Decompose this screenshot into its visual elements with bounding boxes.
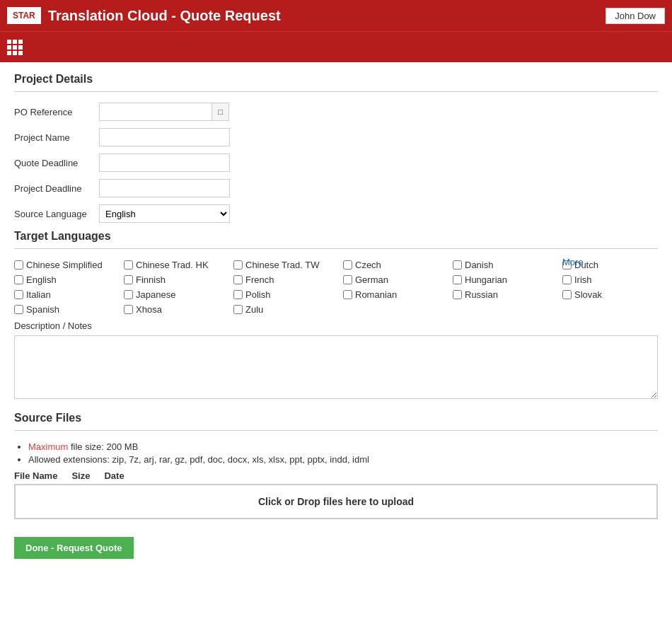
- header-left: STAR Translation Cloud - Quote Request: [7, 7, 281, 24]
- lang-japanese[interactable]: Japanese: [124, 289, 233, 300]
- project-name-group: Project Name: [14, 128, 658, 146]
- more-link[interactable]: More: [562, 257, 584, 267]
- lang-russian[interactable]: Russian: [453, 289, 562, 300]
- lang-german[interactable]: German: [343, 274, 453, 285]
- lang-danish[interactable]: Danish: [453, 260, 562, 270]
- project-deadline-group: Project Deadline 2014-10-01 17:00: [14, 179, 658, 197]
- project-deadline-label: Project Deadline: [14, 183, 99, 194]
- divider-1: [14, 91, 658, 92]
- description-section: Description / Notes: [14, 320, 658, 401]
- lang-chinese-simplified[interactable]: Chinese Simplified: [14, 260, 124, 270]
- done-request-quote-button[interactable]: Done - Request Quote: [14, 537, 134, 559]
- po-reference-input-wrapper: □: [99, 103, 230, 121]
- description-textarea[interactable]: [14, 335, 658, 399]
- star-logo: STAR: [7, 7, 41, 24]
- target-languages-title: Target Languages: [14, 230, 658, 243]
- lang-zulu[interactable]: Zulu: [233, 304, 343, 315]
- source-language-select[interactable]: English French German Spanish: [99, 204, 230, 223]
- quote-deadline-input[interactable]: 2014-09-29 17:00: [99, 154, 230, 172]
- max-size-item: Maximum file size: 200 MB: [28, 441, 658, 452]
- header: STAR Translation Cloud - Quote Request J…: [0, 0, 672, 31]
- po-reference-input[interactable]: [99, 103, 212, 121]
- description-label: Description / Notes: [14, 320, 658, 331]
- max-size-highlight: Maximum: [28, 441, 68, 452]
- lang-czech[interactable]: Czech: [343, 260, 453, 270]
- lang-xhosa[interactable]: Xhosa: [124, 304, 233, 315]
- project-name-label: Project Name: [14, 132, 99, 143]
- source-files-title: Source Files: [14, 412, 658, 424]
- subheader: [0, 31, 672, 62]
- lang-polish[interactable]: Polish: [233, 289, 343, 300]
- lang-hungarian[interactable]: Hungarian: [453, 274, 562, 285]
- max-size-rest: file size: 200 MB: [71, 441, 138, 452]
- date-col: Date: [104, 470, 124, 481]
- user-button[interactable]: John Dow: [606, 8, 665, 24]
- source-language-label: Source Language: [14, 209, 99, 219]
- size-col: Size: [71, 470, 90, 481]
- source-language-group: Source Language English French German Sp…: [14, 204, 658, 223]
- project-name-input[interactable]: [99, 128, 230, 146]
- lang-french[interactable]: French: [233, 274, 343, 285]
- po-reference-button[interactable]: □: [212, 103, 229, 121]
- target-languages-section: Target Languages Chinese Simplified Chin…: [14, 230, 658, 310]
- lang-chinese-trad-hk[interactable]: Chinese Trad. HK: [124, 260, 233, 270]
- lang-irish[interactable]: Irish: [562, 274, 672, 285]
- lang-italian[interactable]: Italian: [14, 289, 124, 300]
- lang-slovak[interactable]: Slovak: [562, 289, 672, 300]
- lang-romanian[interactable]: Romanian: [343, 289, 453, 300]
- divider-2: [14, 248, 658, 249]
- allowed-extensions-item: Allowed extensions: zip, 7z, arj, rar, g…: [28, 454, 658, 465]
- file-table-header: File Name Size Date: [14, 470, 658, 481]
- upload-zone[interactable]: Click or Drop files here to upload: [14, 484, 658, 519]
- divider-3: [14, 430, 658, 431]
- lang-spanish[interactable]: Spanish: [14, 304, 124, 315]
- lang-finnish[interactable]: Finnish: [124, 274, 233, 285]
- lang-chinese-trad-tw[interactable]: Chinese Trad. TW: [233, 260, 343, 270]
- file-info-list: Maximum file size: 200 MB Allowed extens…: [14, 441, 658, 465]
- header-title: Translation Cloud - Quote Request: [48, 8, 281, 24]
- file-name-col: File Name: [14, 470, 57, 481]
- project-deadline-input[interactable]: 2014-10-01 17:00: [99, 179, 230, 197]
- quote-deadline-label: Quote Deadline: [14, 158, 99, 168]
- more-link-wrapper: More: [562, 257, 658, 267]
- po-reference-label: PO Reference: [14, 107, 99, 117]
- po-reference-group: PO Reference □: [14, 103, 658, 121]
- lang-english[interactable]: English: [14, 274, 124, 285]
- grid-icon[interactable]: [7, 40, 23, 55]
- quote-deadline-group: Quote Deadline 2014-09-29 17:00: [14, 154, 658, 172]
- source-files-section: Source Files Maximum file size: 200 MB A…: [14, 412, 658, 519]
- project-details-title: Project Details: [14, 73, 658, 86]
- content: Project Details PO Reference □ Project N…: [0, 62, 672, 569]
